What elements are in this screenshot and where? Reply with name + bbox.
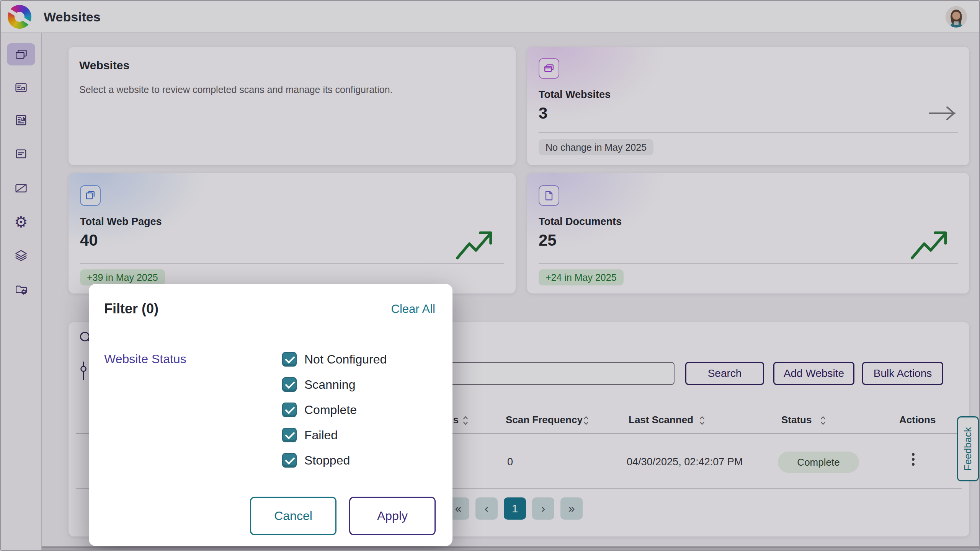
option-scanning[interactable]: Scanning [282,372,387,397]
app-frame: Websites [0,0,980,551]
checkbox-checked-icon[interactable] [282,377,297,392]
cancel-button[interactable]: Cancel [250,497,336,535]
website-status-section-label: Website Status [104,352,186,366]
clear-all-button[interactable]: Clear All [391,302,435,316]
option-complete[interactable]: Complete [282,397,387,422]
checkbox-checked-icon[interactable] [282,453,297,468]
apply-button[interactable]: Apply [349,497,436,535]
filter-modal: Filter (0) Clear All Website Status Not … [89,284,452,546]
option-failed[interactable]: Failed [282,422,387,448]
filter-modal-title: Filter (0) [104,301,158,317]
checkbox-checked-icon[interactable] [282,352,297,367]
option-not-configured[interactable]: Not Configured [282,347,387,372]
option-stopped[interactable]: Stopped [282,448,387,473]
checkbox-checked-icon[interactable] [282,403,297,417]
website-status-options: Not Configured Scanning Complete Failed … [282,347,387,473]
checkbox-checked-icon[interactable] [282,428,297,442]
